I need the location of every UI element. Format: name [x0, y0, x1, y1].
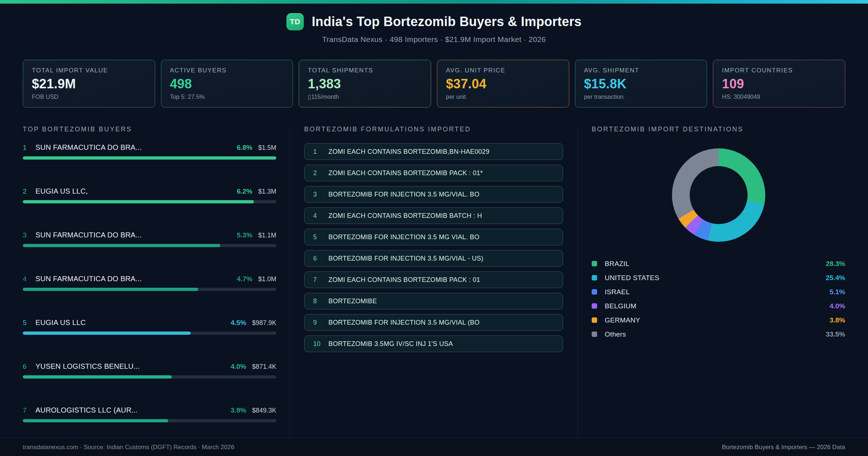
legend-country-label: Others — [605, 330, 626, 338]
stat-value: $37.04 — [446, 76, 560, 92]
legend-percent: 5.1% — [830, 288, 845, 296]
legend-color-swatch — [592, 289, 597, 295]
buyer-bar-fill — [23, 156, 276, 160]
buyer-percent: 6.2% — [237, 187, 252, 195]
buyer-rank: 7 — [23, 406, 35, 414]
footer-report-text: Bortezomib Buyers & Importers — 2026 Dat… — [722, 444, 845, 451]
buyer-rank: 4 — [23, 275, 35, 283]
buyer-percent: 4.5% — [231, 319, 246, 327]
formulations-list: 1 ZOMI EACH CONTAINS BORTEZOMIB,BN-HAE00… — [304, 143, 563, 352]
legend-color-swatch — [592, 275, 597, 280]
legend-color-swatch — [592, 303, 597, 309]
formulation-rank: 10 — [313, 340, 328, 348]
stat-sub: HS: 30049049 — [722, 93, 836, 100]
formulation-pill: 8 BORTEZOMIBE — [304, 293, 563, 309]
formulation-rank: 7 — [313, 276, 328, 284]
buyer-row: 6 YUSEN LOGISTICS BENELU... 4.0% $871.4K — [23, 362, 276, 379]
stat-label: AVG. SHIPMENT — [584, 67, 698, 74]
legend-color-swatch — [592, 317, 597, 323]
formulation-pill: 5 BORTEZOMIB FOR INJECTION 3.5 MG VIAL. … — [304, 229, 563, 245]
buyer-value: $849.3K — [252, 407, 276, 414]
top-accent-bar — [0, 0, 868, 4]
legend-color-swatch — [592, 261, 597, 266]
buyer-bar-fill — [23, 200, 254, 203]
buyer-name: SUN FARMACUTICA DO BRA... — [35, 143, 142, 152]
page-subtitle: TransData Nexus · 498 Importers · $21.9M… — [0, 35, 868, 44]
buyer-row: 5 EUGIA US LLC 4.5% $987.9K — [23, 318, 276, 335]
stat-card: TOTAL SHIPMENTS 1,383 ▯115/month — [299, 60, 431, 107]
formulation-text: BORTEZOMIB FOR INJECTION 3.5 MG VIAL. BO — [328, 233, 480, 241]
stat-card: TOTAL IMPORT VALUE $21.9M FOB USD — [23, 60, 155, 107]
buyer-row: 3 SUN FARMACUTICA DO BRA... 5.3% $1.1M — [23, 231, 276, 247]
formulation-rank: 3 — [313, 191, 328, 198]
buyer-value: $871.4K — [252, 363, 276, 371]
stat-sub: Top 5: 27.5% — [170, 93, 284, 100]
formulation-pill: 2 ZOMI EACH CONTAINS BORTEZOMIB PACK : 0… — [304, 165, 563, 181]
stat-label: ACTIVE BUYERS — [170, 67, 284, 74]
buyer-bar-track — [23, 375, 276, 379]
formulation-pill: 1 ZOMI EACH CONTAINS BORTEZOMIB,BN-HAE00… — [304, 143, 563, 160]
formulation-text: BORTEZOMIBE — [328, 297, 377, 305]
buyer-bar-track — [23, 244, 276, 247]
buyer-rank: 1 — [23, 144, 35, 152]
buyer-bar-fill — [23, 419, 168, 422]
donut-hole — [690, 166, 748, 224]
top-buyers-list: 1 SUN FARMACUTICA DO BRA... 6.8% $1.5M 2… — [23, 143, 276, 422]
formulation-pill: 9 BORTEZOMIB FOR INJECTION 3.5 MG/VIAL (… — [304, 314, 563, 331]
legend-country-label: BRAZIL — [605, 260, 629, 268]
page-footer: transdatanexus.com · Source: Indian Cust… — [0, 438, 868, 456]
footer-source-text: transdatanexus.com · Source: Indian Cust… — [23, 444, 234, 451]
stat-card: IMPORT COUNTRIES 109 HS: 30049049 — [713, 60, 845, 107]
legend-country-label: BELGIUM — [605, 302, 637, 310]
formulation-pill: 7 ZOMI EACH CONTAINS BORTEZOMIB PACK : 0… — [304, 271, 563, 288]
buyer-name: SUN FARMACUTICA DO BRA... — [35, 231, 142, 239]
stat-sub: ▯115/month — [308, 93, 422, 100]
main-content: TOP BORTEZOMIB BUYERS 1 SUN FARMACUTICA … — [0, 107, 868, 438]
formulations-panel: BORTEZOMIB FORMULATIONS IMPORTED 1 ZOMI … — [289, 126, 578, 438]
buyer-bar-track — [23, 419, 276, 422]
top-buyers-panel: TOP BORTEZOMIB BUYERS 1 SUN FARMACUTICA … — [0, 126, 289, 438]
buyer-name: SUN FARMACUTICA DO BRA... — [35, 275, 142, 283]
legend-row: UNITED STATES 25.4% — [592, 273, 845, 282]
buyer-rank: 3 — [23, 231, 35, 239]
legend-percent: 28.3% — [826, 260, 845, 268]
legend-percent: 25.4% — [826, 274, 845, 282]
formulation-pill: 6 BORTEZOMIB FOR INJECTION 3.5 MG/VIAL -… — [304, 250, 563, 267]
buyer-rank: 2 — [23, 187, 35, 195]
legend-row: GERMANY 3.8% — [592, 316, 845, 325]
page-header: TD India's Top Bortezomib Buyers & Impor… — [0, 4, 868, 44]
buyer-value: $1.1M — [258, 232, 276, 239]
stat-value: 109 — [722, 76, 836, 92]
buyer-value: $1.0M — [258, 275, 276, 283]
stat-label: TOTAL SHIPMENTS — [308, 67, 422, 74]
stat-sub: FOB USD — [32, 93, 146, 100]
stat-value: 1,383 — [308, 76, 422, 92]
buyer-name: EUGIA US LLC — [35, 318, 86, 327]
buyer-value: $1.5M — [258, 144, 276, 152]
buyer-rank: 5 — [23, 319, 35, 327]
legend-percent: 4.0% — [830, 302, 845, 310]
formulation-text: ZOMI EACH CONTAINS BORTEZOMIB PACK : 01* — [328, 169, 483, 177]
stat-label: TOTAL IMPORT VALUE — [32, 67, 146, 74]
stat-card: ACTIVE BUYERS 498 Top 5: 27.5% — [161, 60, 293, 107]
legend-row: ISRAEL 5.1% — [592, 287, 845, 296]
stat-sub: per transaction — [584, 93, 698, 100]
legend-row: BRAZIL 28.3% — [592, 259, 845, 268]
buyer-bar-track — [23, 332, 276, 335]
formulation-rank: 6 — [313, 255, 328, 262]
legend-country-label: ISRAEL — [605, 288, 630, 296]
buyer-name: EUGIA US LLC, — [35, 187, 88, 195]
stat-label: AVG. UNIT PRICE — [446, 67, 560, 74]
top-buyers-heading: TOP BORTEZOMIB BUYERS — [23, 126, 276, 133]
formulation-rank: 1 — [313, 148, 328, 156]
buyer-bar-fill — [23, 288, 198, 291]
page-title: India's Top Bortezomib Buyers & Importer… — [312, 14, 582, 29]
stat-sub: per unit — [446, 93, 560, 100]
formulation-text: BORTEZOMIB 3.5MG IV/SC INJ 1'S USA — [328, 340, 453, 348]
stat-card: AVG. UNIT PRICE $37.04 per unit — [437, 60, 569, 107]
destinations-donut-chart — [672, 148, 765, 242]
formulation-pill: 4 ZOMI EACH CONTAINS BORTEZOMIB BATCH : … — [304, 207, 563, 224]
formulation-text: ZOMI EACH CONTAINS BORTEZOMIB BATCH : H — [328, 212, 482, 220]
buyer-bar-track — [23, 288, 276, 291]
destinations-legend: BRAZIL 28.3% UNITED STATES 25.4% ISRAEL … — [592, 259, 845, 339]
